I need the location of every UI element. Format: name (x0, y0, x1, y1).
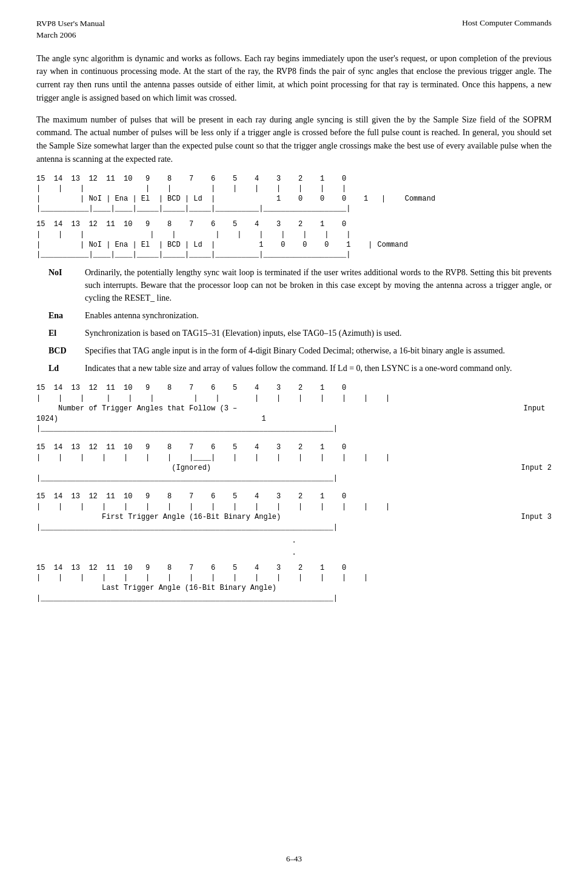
dots-2: . (36, 547, 552, 558)
term-NoI: NoI (36, 266, 85, 279)
input3-pipes: | | | | | | | | | | | | | | | | | (36, 502, 552, 512)
def-Ld: Ld Indicates that a new table size and a… (36, 362, 552, 375)
page-header: RVP8 User's Manual March 2006 Host Compu… (36, 18, 552, 41)
page: RVP8 User's Manual March 2006 Host Compu… (0, 0, 588, 882)
page-number: 6–43 (286, 854, 302, 863)
desc-Ld: Indicates that a new table size and arra… (85, 362, 552, 375)
input2-bits: 15 14 13 12 11 10 9 8 7 6 5 4 3 2 1 0 (36, 443, 552, 453)
term-BCD: BCD (36, 344, 85, 357)
desc-El: Synchronization is based on TAG15–31 (El… (85, 327, 552, 339)
last-content-row: Last Trigger Angle (16-Bit Binary Angle) (36, 583, 552, 593)
def-Ena: Ena Enables antenna synchronization. (36, 309, 552, 322)
header-left: RVP8 User's Manual March 2006 (36, 18, 105, 41)
input3-label: Input 3 (395, 512, 552, 523)
paragraph-1: The angle sync algorithm is dynamic and … (36, 52, 552, 105)
last-bits: 15 14 13 12 11 10 9 8 7 6 5 4 3 2 1 0 (36, 563, 552, 573)
cmd-pipe-row1: | | | | | | | | | | | | (36, 230, 552, 240)
command-diagram: 15 14 13 12 11 10 9 8 7 6 5 4 3 2 1 0 | … (36, 174, 552, 213)
cmd-bits-label: 15 14 13 12 11 10 9 8 7 6 5 4 3 2 1 0 (36, 219, 346, 230)
desc-BCD: Specifies that TAG angle input is in the… (85, 344, 552, 357)
cmd-divider-row: |___________|____|____|_____|_____|_____… (36, 250, 552, 260)
dots-1: . (36, 535, 552, 546)
chapter-title: Host Computer Commands (462, 18, 552, 28)
input1-diagram: 15 14 13 12 11 10 9 8 7 6 5 4 3 2 1 0 | … (36, 383, 552, 434)
desc-Ena: Enables antenna synchronization. (85, 309, 552, 322)
input3-bits: 15 14 13 12 11 10 9 8 7 6 5 4 3 2 1 0 (36, 492, 552, 502)
input3-diagram: 15 14 13 12 11 10 9 8 7 6 5 4 3 2 1 0 | … (36, 492, 552, 532)
input1-divider: |_______________________________________… (36, 424, 552, 434)
input1-label: Input 1 (261, 404, 552, 424)
cmd-content-row: | | NoI | Ena | El | BCD | Ld | 1 0 0 0 … (36, 240, 552, 250)
paragraph-2: The maximum number of pulses that will b… (36, 113, 552, 166)
page-footer: 6–43 (0, 854, 588, 864)
input3-divider: |_______________________________________… (36, 523, 552, 533)
last-divider: |_______________________________________… (36, 593, 552, 604)
def-El: El Synchronization is based on TAG15–31 … (36, 327, 552, 339)
input1-content-row: Number of Trigger Angles that Follow (3 … (36, 404, 552, 424)
term-Ena: Ena (36, 309, 85, 322)
command-diagram-pre: 15 14 13 12 11 10 9 8 7 6 5 4 3 2 1 0 | … (36, 174, 552, 213)
input1-pipes: | | | | | | | | | | | | | | | (36, 393, 552, 404)
command-diagram-block: 15 14 13 12 11 10 9 8 7 6 5 4 3 2 1 0 | … (36, 219, 552, 260)
input2-diagram: 15 14 13 12 11 10 9 8 7 6 5 4 3 2 1 0 | … (36, 443, 552, 483)
desc-NoI: Ordinarily, the potentially lengthy sync… (85, 266, 552, 304)
definition-list: NoI Ordinarily, the potentially lengthy … (36, 266, 552, 375)
term-El: El (36, 327, 85, 339)
cmd-bit-row: 15 14 13 12 11 10 9 8 7 6 5 4 3 2 1 0 (36, 219, 552, 230)
input2-label: Input 2 (338, 463, 552, 473)
input2-divider: |_______________________________________… (36, 473, 552, 484)
manual-date: March 2006 (36, 30, 105, 41)
command-label: Command (405, 195, 435, 203)
manual-title: RVP8 User's Manual (36, 18, 105, 30)
def-BCD: BCD Specifies that TAG angle input is in… (36, 344, 552, 357)
header-right: Host Computer Commands (462, 18, 552, 28)
last-pipes: | | | | | | | | | | | | | | | | (36, 573, 552, 583)
command-label-inline: Command (378, 240, 408, 250)
term-Ld: Ld (36, 362, 85, 375)
def-NoI: NoI Ordinarily, the potentially lengthy … (36, 266, 552, 304)
last-input-diagram: 15 14 13 12 11 10 9 8 7 6 5 4 3 2 1 0 | … (36, 563, 552, 604)
input3-content-row: First Trigger Angle (16-Bit Binary Angle… (36, 512, 552, 523)
input2-pipes: | | | | | | | |____| | | | | | | | | (36, 453, 552, 463)
input2-content-row: (Ignored) Input 2 (36, 463, 552, 473)
input1-bits: 15 14 13 12 11 10 9 8 7 6 5 4 3 2 1 0 (36, 383, 552, 393)
